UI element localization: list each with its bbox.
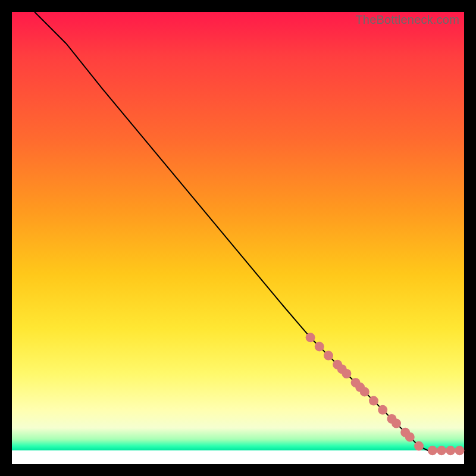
data-point xyxy=(414,441,424,451)
data-point xyxy=(369,396,378,406)
data-point xyxy=(428,446,437,455)
data-point xyxy=(405,432,415,441)
data-point xyxy=(306,333,315,342)
chart-svg xyxy=(12,12,464,464)
data-point xyxy=(324,351,333,361)
points-group xyxy=(306,333,465,455)
chart-frame: TheBottleneck.com xyxy=(0,0,476,476)
data-point xyxy=(455,446,464,455)
data-point xyxy=(446,446,455,455)
data-point xyxy=(315,342,324,351)
data-point xyxy=(360,387,369,396)
data-point xyxy=(437,446,446,455)
curve-line xyxy=(35,12,459,450)
plot-area: TheBottleneck.com xyxy=(12,12,464,464)
data-point xyxy=(342,369,351,378)
data-point xyxy=(392,419,401,428)
data-point xyxy=(378,405,387,415)
